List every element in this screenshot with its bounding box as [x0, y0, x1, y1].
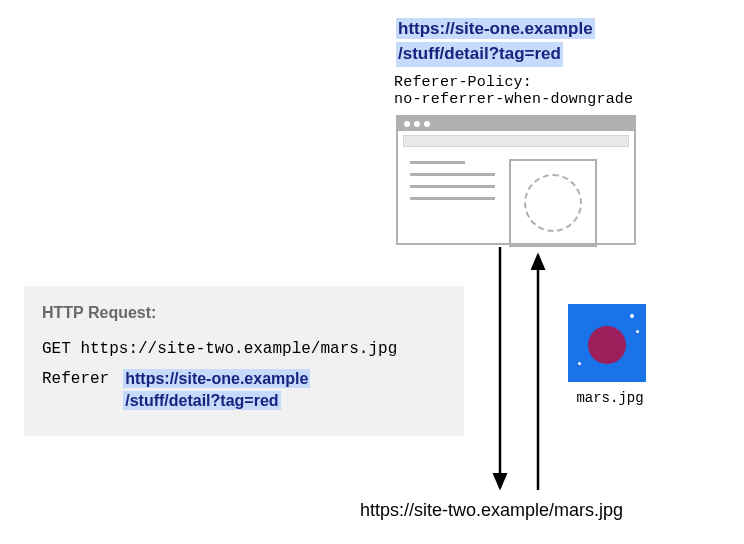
policy-value: no-referrer-when-downgrade [394, 91, 633, 108]
browser-titlebar [398, 117, 634, 131]
origin-url-line2: /stuff/detail?tag=red [396, 42, 563, 67]
panel-title: HTTP Request: [42, 304, 446, 322]
dashed-circle-icon [524, 174, 582, 232]
planet-circle [588, 326, 626, 364]
window-dot [404, 121, 410, 127]
star-dot [578, 362, 581, 365]
referer-header-value: https://site-one.example /stuff/detail?t… [123, 368, 310, 411]
mars-image-icon [568, 304, 646, 382]
mars-filename-label: mars.jpg [565, 390, 655, 406]
origin-url: https://site-one.example /stuff/detail?t… [396, 18, 595, 67]
http-get-line: GET https://site-two.example/mars.jpg [42, 340, 446, 358]
referer-header-key: Referer [42, 368, 109, 388]
browser-window-icon [396, 115, 636, 245]
origin-url-line1: https://site-one.example [396, 18, 595, 39]
http-request-panel: HTTP Request: GET https://site-two.examp… [24, 286, 464, 436]
browser-urlbar [403, 135, 629, 147]
page-text-placeholder [410, 159, 495, 247]
window-dot [414, 121, 420, 127]
destination-url: https://site-two.example/mars.jpg [360, 500, 623, 521]
referer-line2: /stuff/detail?tag=red [123, 391, 280, 410]
referer-line1: https://site-one.example [123, 369, 310, 388]
policy-key: Referer-Policy: [394, 74, 633, 91]
referrer-policy: Referer-Policy: no-referrer-when-downgra… [394, 74, 633, 109]
image-placeholder [509, 159, 597, 247]
window-dot [424, 121, 430, 127]
star-dot [630, 314, 634, 318]
star-dot [636, 330, 639, 333]
